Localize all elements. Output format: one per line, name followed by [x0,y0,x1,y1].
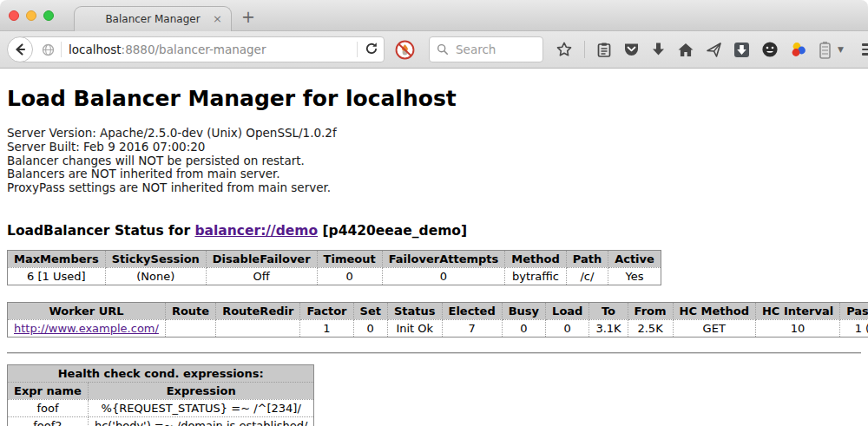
expression-row: foof2 hc('body') =~ /domain is establish… [8,416,314,426]
header-cell: FailoverAttempts [382,250,505,267]
active-cell: Yes [608,267,661,285]
url-divider-right [357,42,358,57]
header-cell: To [589,302,628,319]
hc-method-cell: GET [673,319,755,337]
extension-download-box-icon[interactable] [733,42,750,58]
page-title: Load Balancer Manager for localhost [7,86,861,111]
back-button[interactable] [7,36,33,62]
traffic-lights [9,10,54,21]
routeredir-cell [216,319,300,337]
back-arrow-icon [13,43,27,56]
header-cell: Active [608,250,661,267]
header-cell: Expr name [8,382,89,399]
expr-name-cell: foof2 [8,416,89,426]
health-check-table: Health check cond. expressions: Expr nam… [7,364,314,426]
header-cell: Status [387,302,442,319]
header-cell: Route [165,302,215,319]
expression-cell: hc('body') =~ /domain is established/ [88,416,314,426]
status-cell: Init Ok [387,319,442,337]
balancer-config-table: MaxMembers StickySession DisableFailover… [7,250,661,285]
close-window-button[interactable] [9,10,19,21]
header-cell: Load [546,302,589,319]
extension-smiley-icon[interactable] [761,41,779,58]
firebug-disabled-icon[interactable] [395,40,415,60]
url-bar[interactable]: localhost:8880/balancer-manager [20,36,385,62]
disablefailover-cell: Off [206,267,317,285]
extension-battery-icon[interactable] [819,41,832,59]
failoverattempts-cell: 0 [382,267,505,285]
to-cell: 3.1K [589,319,628,337]
title-bar: Balancer Manager × + [0,0,868,31]
method-cell: bytraffic [505,267,566,285]
reading-list-icon[interactable] [596,42,612,58]
loadbalancer-status-heading: LoadBalancer Status for balancer://demo … [7,223,861,239]
header-cell: DisableFailover [206,250,317,267]
browser-window: Balancer Manager × + localhost:8880/bala… [0,0,868,426]
from-cell: 2.5K [628,319,673,337]
zoom-window-button[interactable] [43,10,54,21]
tab-balancer-manager[interactable]: Balancer Manager × [74,6,232,31]
header-cell: Path [566,250,608,267]
magnifier-icon [437,43,449,56]
extension-colored-balls-icon[interactable] [790,41,807,58]
globe-icon [42,43,55,56]
route-cell [165,319,215,337]
notice-line: Balancers are NOT inherited from main se… [7,167,861,181]
header-cell: StickySession [105,250,206,267]
hc-interval-cell: 10 [755,319,839,337]
header-cell: Expression [88,382,314,399]
new-tab-button[interactable]: + [241,9,255,25]
status-suffix: [p4420eeae_demo] [318,223,467,239]
timeout-cell: 0 [317,267,382,285]
share-plane-icon[interactable] [706,42,722,58]
url-path: :8880/balancer-manager [122,43,266,56]
worker-row: http://www.example.com/ 1 0 Init Ok 7 0 … [8,319,868,337]
table-header-row: Expr name Expression [8,382,314,399]
toolbar-separator [584,41,585,58]
header-cell: Passes [840,302,868,319]
header-cell: Busy [502,302,545,319]
passes-cell: 1 (0) [840,319,868,337]
header-cell: Method [505,250,566,267]
notice-line: Balancer changes will NOT be persisted o… [7,154,861,168]
status-prefix: LoadBalancer Status for [7,223,194,239]
page-content: Load Balancer Manager for localhost Serv… [0,86,868,426]
search-box[interactable] [429,36,543,62]
set-cell: 0 [353,319,387,337]
expression-cell: %{REQUEST_STATUS} =~ /^[234]/ [88,399,314,416]
notice-line: ProxyPass settings are NOT inherited fro… [7,181,861,195]
header-cell: RouteRedir [216,302,300,319]
bookmark-star-icon[interactable] [556,41,573,58]
balancer-demo-link[interactable]: balancer://demo [194,223,318,239]
expr-name-cell: foof [8,399,89,416]
navigation-toolbar: localhost:8880/balancer-manager [0,31,868,69]
header-cell: Factor [300,302,353,319]
tab-title: Balancer Manager [105,13,200,25]
server-version-line: Server Version: Apache/2.5.0-dev (Unix) … [7,127,861,141]
header-cell: MaxMembers [8,250,106,267]
tab-close-icon[interactable]: × [213,12,222,25]
worker-url-cell: http://www.example.com/ [8,319,166,337]
reload-button[interactable] [365,42,378,58]
section-divider [7,352,861,354]
url-domain: localhost [69,43,122,56]
pocket-icon[interactable] [623,42,640,57]
overflow-caret-icon[interactable]: ▼ [838,45,844,54]
home-icon[interactable] [677,42,694,58]
search-input[interactable] [454,42,532,57]
server-built-line: Server Built: Feb 9 2016 07:00:20 [7,141,861,154]
table-header-row: Worker URL Route RouteRedir Factor Set S… [8,302,868,319]
table-row: 6 [1 Used] (None) Off 0 0 bytraffic /c/ … [8,267,661,285]
menu-button[interactable] [862,43,868,56]
toolbar-icons: ▼ [556,41,868,59]
load-cell: 0 [546,319,589,337]
minimize-window-button[interactable] [26,10,36,21]
header-cell: HC Interval [755,302,839,319]
table-title-row: Health check cond. expressions: [8,364,314,382]
worker-url-link[interactable]: http://www.example.com/ [14,322,159,335]
header-cell: HC Method [673,302,755,319]
expression-row: foof %{REQUEST_STATUS} =~ /^[234]/ [8,399,314,416]
downloads-icon[interactable] [651,42,666,57]
elected-cell: 7 [442,319,502,337]
url-text[interactable]: localhost:8880/balancer-manager [69,43,350,56]
